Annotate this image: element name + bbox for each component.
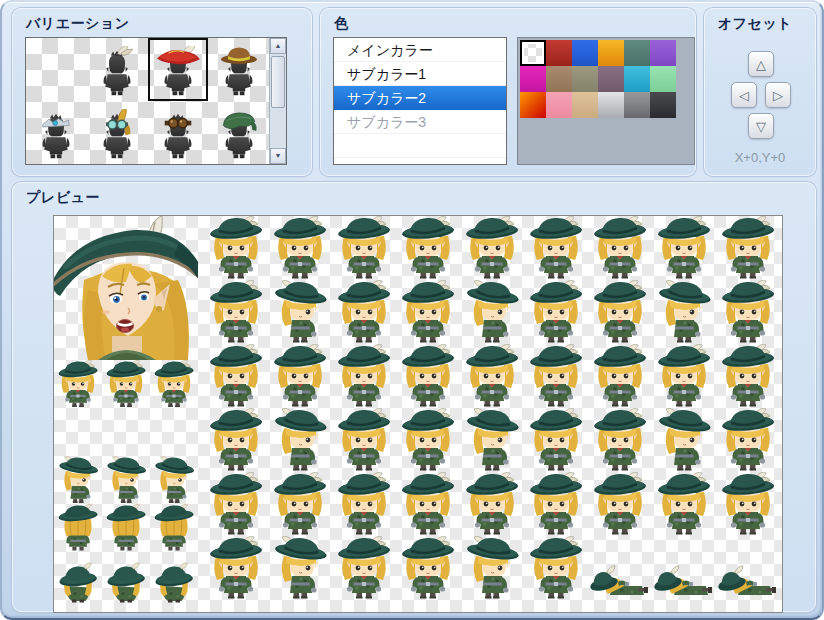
palette-swatch-olive[interactable] (572, 66, 598, 92)
arrow-down-icon: ▽ (756, 119, 766, 134)
palette-swatch-silver[interactable] (598, 92, 624, 118)
preview-panel: プレビュー (12, 182, 816, 612)
palette-swatch-blue[interactable] (572, 40, 598, 66)
palette-swatch-cyan[interactable] (624, 66, 650, 92)
variation-panel-title: バリエーション (26, 15, 129, 33)
variation-sprite-brown-fedora (214, 42, 264, 100)
walk-sprite-front (102, 360, 150, 408)
preview-walk-sheet (54, 360, 198, 552)
walk-sprite-left (102, 408, 150, 456)
sv-sprite-front (332, 536, 396, 600)
palette-swatch-orange-red[interactable] (520, 92, 546, 118)
variation-scrollbar[interactable]: ▲ ▼ (269, 38, 286, 164)
palette-swatch-mauve[interactable] (598, 66, 624, 92)
variation-sprite-green-beret (214, 105, 264, 163)
palette-swatch-tan[interactable] (546, 66, 572, 92)
sv-sprite-front (652, 216, 716, 280)
palette-swatch-teal[interactable] (624, 40, 650, 66)
color-part-row-1[interactable]: サブカラー1 (334, 62, 506, 86)
walk-sprite-left (150, 408, 198, 456)
palette-swatch-magenta[interactable] (520, 66, 546, 92)
offset-down-button[interactable]: ▽ (748, 113, 774, 139)
sv-sprite-front (524, 216, 588, 280)
sv-sprite-front (268, 344, 332, 408)
sv-sprite-right (268, 280, 332, 344)
palette-swatch-amber[interactable] (598, 40, 624, 66)
color-part-row-3[interactable]: サブカラー3 (334, 110, 506, 134)
walk-sprite-left (54, 408, 102, 456)
variation-thumb-white-feather[interactable] (87, 38, 148, 101)
walk-sprite-right (102, 456, 150, 504)
offset-value-label: X+0,Y+0 (705, 150, 815, 165)
variation-thumb-teal-goggles-horn[interactable] (87, 101, 148, 164)
sv-sprite-front (460, 344, 524, 408)
walk-sprite-right (150, 456, 198, 504)
sv-sprite-downed (652, 536, 716, 600)
variation-thumb-brown-goggles[interactable] (148, 101, 209, 164)
sv-sprite-front (332, 280, 396, 344)
palette-swatch-purple[interactable] (650, 40, 676, 66)
sv-sprite-right (268, 536, 332, 600)
palette-swatch-pink[interactable] (546, 92, 572, 118)
variation-sprite-teal-goggles-horn (92, 105, 142, 163)
offset-right-button[interactable]: ▷ (765, 82, 791, 108)
sv-sprite-front (204, 472, 268, 536)
damage-sprite-collapsed (150, 556, 198, 604)
sv-sprite-front (332, 344, 396, 408)
color-palette (517, 37, 695, 165)
palette-swatch-mint[interactable] (650, 66, 676, 92)
sv-sprite-front (396, 408, 460, 472)
variation-thumb-brown-fedora[interactable] (208, 38, 269, 101)
color-part-row-0[interactable]: メインカラー (334, 38, 506, 62)
scroll-thumb[interactable] (271, 56, 285, 108)
variation-grid (26, 38, 269, 164)
sv-sprite-right (652, 408, 716, 472)
offset-panel-title: オフセット (718, 15, 792, 33)
offset-up-button[interactable]: △ (748, 51, 774, 77)
palette-swatch-charcoal[interactable] (650, 92, 676, 118)
sv-sprite-right (460, 408, 524, 472)
sv-sprite-front (716, 472, 780, 536)
sv-sprite-front (588, 408, 652, 472)
walk-sprite-front (54, 360, 102, 408)
variation-sprite-red-plume-hat (153, 42, 203, 100)
variation-sprite-white-feather (92, 42, 142, 100)
sv-sprite-front (716, 216, 780, 280)
variation-thumb-none[interactable] (26, 38, 87, 101)
sv-sprite-front (460, 216, 524, 280)
sv-sprite-right (460, 280, 524, 344)
sv-sprite-front (396, 280, 460, 344)
walk-sprite-front (150, 360, 198, 408)
variation-thumb-red-plume-hat[interactable] (148, 38, 209, 101)
preview-canvas (53, 215, 783, 613)
palette-swatch-red[interactable] (546, 40, 572, 66)
scroll-up-icon[interactable]: ▲ (270, 38, 286, 54)
sv-sprite-front (204, 280, 268, 344)
sv-sprite-front (268, 472, 332, 536)
sv-sprite-front (396, 216, 460, 280)
preview-face-image (54, 216, 198, 360)
preview-sv-battler-sheet (204, 216, 780, 600)
color-part-row-2[interactable]: サブカラー2 (334, 86, 506, 110)
arrow-up-icon: △ (756, 57, 766, 72)
sv-sprite-right (268, 408, 332, 472)
sv-sprite-front (588, 280, 652, 344)
palette-swatch-beige[interactable] (572, 92, 598, 118)
sv-sprite-front (332, 216, 396, 280)
sv-sprite-front (204, 536, 268, 600)
palette-swatch-gray[interactable] (624, 92, 650, 118)
variation-thumb-silver-circlet[interactable] (26, 101, 87, 164)
damage-sprite-collapsed (54, 556, 102, 604)
offset-left-button[interactable]: ◁ (731, 82, 757, 108)
variation-panel: バリエーション ▲ ▼ (12, 8, 312, 176)
sv-sprite-front (716, 344, 780, 408)
variation-thumb-green-beret[interactable] (208, 101, 269, 164)
palette-swatch-default-transparent[interactable] (520, 40, 546, 66)
sv-sprite-front (652, 344, 716, 408)
character-generator-window: バリエーション ▲ ▼ 色 メインカラーサブカラー1サブカラー2サブカラー3 オ… (0, 0, 824, 620)
sv-sprite-front (396, 344, 460, 408)
scroll-down-icon[interactable]: ▼ (270, 148, 286, 164)
sv-sprite-front (204, 344, 268, 408)
sv-sprite-front (524, 280, 588, 344)
sv-sprite-front (268, 216, 332, 280)
